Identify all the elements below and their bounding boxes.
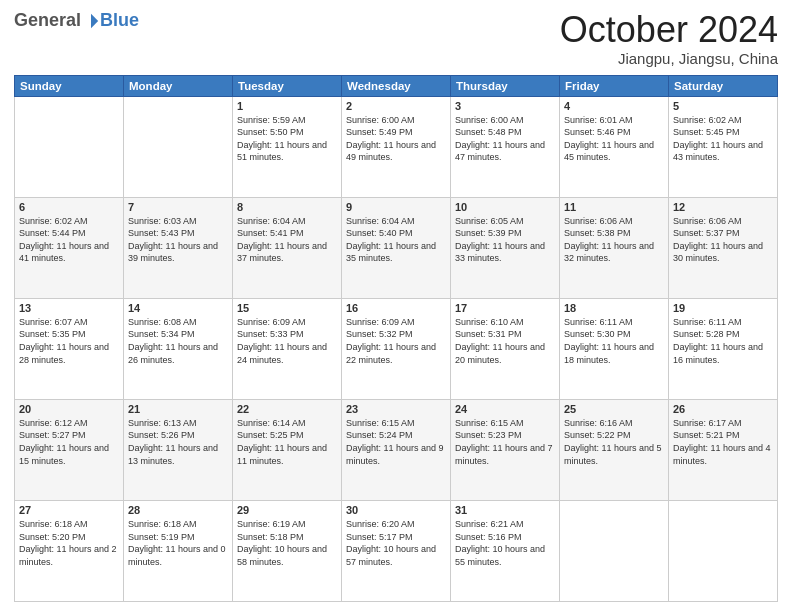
calendar-day-cell: 5Sunrise: 6:02 AM Sunset: 5:45 PM Daylig… [669,96,778,197]
day-number: 5 [673,100,773,112]
month-title: October 2024 [560,10,778,50]
calendar-day-cell: 31Sunrise: 6:21 AM Sunset: 5:16 PM Dayli… [451,500,560,601]
calendar-day-cell: 18Sunrise: 6:11 AM Sunset: 5:30 PM Dayli… [560,298,669,399]
day-number: 18 [564,302,664,314]
day-number: 30 [346,504,446,516]
calendar-day-cell: 16Sunrise: 6:09 AM Sunset: 5:32 PM Dayli… [342,298,451,399]
day-number: 31 [455,504,555,516]
day-info: Sunrise: 6:15 AM Sunset: 5:24 PM Dayligh… [346,417,446,467]
weekday-header-cell: Friday [560,75,669,96]
day-number: 23 [346,403,446,415]
day-info: Sunrise: 6:12 AM Sunset: 5:27 PM Dayligh… [19,417,119,467]
day-info: Sunrise: 6:17 AM Sunset: 5:21 PM Dayligh… [673,417,773,467]
day-number: 8 [237,201,337,213]
calendar-day-cell: 20Sunrise: 6:12 AM Sunset: 5:27 PM Dayli… [15,399,124,500]
day-info: Sunrise: 6:21 AM Sunset: 5:16 PM Dayligh… [455,518,555,568]
weekday-header-cell: Sunday [15,75,124,96]
calendar-day-cell: 14Sunrise: 6:08 AM Sunset: 5:34 PM Dayli… [124,298,233,399]
weekday-header-cell: Monday [124,75,233,96]
day-info: Sunrise: 6:01 AM Sunset: 5:46 PM Dayligh… [564,114,664,164]
calendar-day-cell: 24Sunrise: 6:15 AM Sunset: 5:23 PM Dayli… [451,399,560,500]
calendar-day-cell: 9Sunrise: 6:04 AM Sunset: 5:40 PM Daylig… [342,197,451,298]
calendar-body: 1Sunrise: 5:59 AM Sunset: 5:50 PM Daylig… [15,96,778,601]
day-info: Sunrise: 6:11 AM Sunset: 5:28 PM Dayligh… [673,316,773,366]
calendar-day-cell: 21Sunrise: 6:13 AM Sunset: 5:26 PM Dayli… [124,399,233,500]
logo-flag-icon [82,12,100,30]
logo: General Blue [14,10,139,31]
day-info: Sunrise: 6:09 AM Sunset: 5:33 PM Dayligh… [237,316,337,366]
day-number: 1 [237,100,337,112]
calendar-day-cell [124,96,233,197]
calendar-week-row: 20Sunrise: 6:12 AM Sunset: 5:27 PM Dayli… [15,399,778,500]
day-number: 4 [564,100,664,112]
day-info: Sunrise: 6:07 AM Sunset: 5:35 PM Dayligh… [19,316,119,366]
day-info: Sunrise: 6:00 AM Sunset: 5:49 PM Dayligh… [346,114,446,164]
day-number: 28 [128,504,228,516]
day-number: 24 [455,403,555,415]
day-info: Sunrise: 6:00 AM Sunset: 5:48 PM Dayligh… [455,114,555,164]
calendar-day-cell [560,500,669,601]
day-number: 13 [19,302,119,314]
header: General Blue October 2024 Jiangpu, Jiang… [14,10,778,67]
day-info: Sunrise: 6:16 AM Sunset: 5:22 PM Dayligh… [564,417,664,467]
calendar-day-cell: 15Sunrise: 6:09 AM Sunset: 5:33 PM Dayli… [233,298,342,399]
day-info: Sunrise: 6:02 AM Sunset: 5:44 PM Dayligh… [19,215,119,265]
day-info: Sunrise: 6:04 AM Sunset: 5:41 PM Dayligh… [237,215,337,265]
calendar-day-cell: 2Sunrise: 6:00 AM Sunset: 5:49 PM Daylig… [342,96,451,197]
day-info: Sunrise: 6:09 AM Sunset: 5:32 PM Dayligh… [346,316,446,366]
day-number: 17 [455,302,555,314]
weekday-header-cell: Saturday [669,75,778,96]
day-info: Sunrise: 6:11 AM Sunset: 5:30 PM Dayligh… [564,316,664,366]
day-info: Sunrise: 6:18 AM Sunset: 5:19 PM Dayligh… [128,518,228,568]
day-info: Sunrise: 6:14 AM Sunset: 5:25 PM Dayligh… [237,417,337,467]
calendar-day-cell: 26Sunrise: 6:17 AM Sunset: 5:21 PM Dayli… [669,399,778,500]
day-info: Sunrise: 6:15 AM Sunset: 5:23 PM Dayligh… [455,417,555,467]
calendar-day-cell: 29Sunrise: 6:19 AM Sunset: 5:18 PM Dayli… [233,500,342,601]
day-info: Sunrise: 6:10 AM Sunset: 5:31 PM Dayligh… [455,316,555,366]
day-number: 15 [237,302,337,314]
day-info: Sunrise: 6:20 AM Sunset: 5:17 PM Dayligh… [346,518,446,568]
calendar-week-row: 6Sunrise: 6:02 AM Sunset: 5:44 PM Daylig… [15,197,778,298]
day-number: 19 [673,302,773,314]
calendar-week-row: 13Sunrise: 6:07 AM Sunset: 5:35 PM Dayli… [15,298,778,399]
calendar-day-cell: 13Sunrise: 6:07 AM Sunset: 5:35 PM Dayli… [15,298,124,399]
day-number: 12 [673,201,773,213]
calendar-day-cell [669,500,778,601]
day-info: Sunrise: 6:02 AM Sunset: 5:45 PM Dayligh… [673,114,773,164]
calendar-day-cell: 12Sunrise: 6:06 AM Sunset: 5:37 PM Dayli… [669,197,778,298]
weekday-header-row: SundayMondayTuesdayWednesdayThursdayFrid… [15,75,778,96]
calendar-day-cell: 28Sunrise: 6:18 AM Sunset: 5:19 PM Dayli… [124,500,233,601]
day-number: 25 [564,403,664,415]
day-info: Sunrise: 6:06 AM Sunset: 5:38 PM Dayligh… [564,215,664,265]
calendar-day-cell: 25Sunrise: 6:16 AM Sunset: 5:22 PM Dayli… [560,399,669,500]
day-number: 6 [19,201,119,213]
day-number: 21 [128,403,228,415]
day-info: Sunrise: 6:06 AM Sunset: 5:37 PM Dayligh… [673,215,773,265]
calendar-week-row: 27Sunrise: 6:18 AM Sunset: 5:20 PM Dayli… [15,500,778,601]
day-info: Sunrise: 5:59 AM Sunset: 5:50 PM Dayligh… [237,114,337,164]
day-number: 14 [128,302,228,314]
day-info: Sunrise: 6:03 AM Sunset: 5:43 PM Dayligh… [128,215,228,265]
day-number: 7 [128,201,228,213]
day-number: 26 [673,403,773,415]
day-number: 9 [346,201,446,213]
calendar-day-cell: 8Sunrise: 6:04 AM Sunset: 5:41 PM Daylig… [233,197,342,298]
day-info: Sunrise: 6:19 AM Sunset: 5:18 PM Dayligh… [237,518,337,568]
calendar-day-cell: 11Sunrise: 6:06 AM Sunset: 5:38 PM Dayli… [560,197,669,298]
weekday-header-cell: Thursday [451,75,560,96]
location: Jiangpu, Jiangsu, China [560,50,778,67]
calendar-day-cell: 22Sunrise: 6:14 AM Sunset: 5:25 PM Dayli… [233,399,342,500]
calendar-day-cell: 1Sunrise: 5:59 AM Sunset: 5:50 PM Daylig… [233,96,342,197]
day-info: Sunrise: 6:18 AM Sunset: 5:20 PM Dayligh… [19,518,119,568]
calendar-day-cell: 23Sunrise: 6:15 AM Sunset: 5:24 PM Dayli… [342,399,451,500]
calendar-day-cell: 30Sunrise: 6:20 AM Sunset: 5:17 PM Dayli… [342,500,451,601]
calendar-day-cell: 27Sunrise: 6:18 AM Sunset: 5:20 PM Dayli… [15,500,124,601]
calendar-day-cell: 19Sunrise: 6:11 AM Sunset: 5:28 PM Dayli… [669,298,778,399]
calendar-day-cell [15,96,124,197]
calendar-week-row: 1Sunrise: 5:59 AM Sunset: 5:50 PM Daylig… [15,96,778,197]
title-block: October 2024 Jiangpu, Jiangsu, China [560,10,778,67]
day-number: 20 [19,403,119,415]
calendar-day-cell: 17Sunrise: 6:10 AM Sunset: 5:31 PM Dayli… [451,298,560,399]
day-info: Sunrise: 6:05 AM Sunset: 5:39 PM Dayligh… [455,215,555,265]
day-number: 29 [237,504,337,516]
